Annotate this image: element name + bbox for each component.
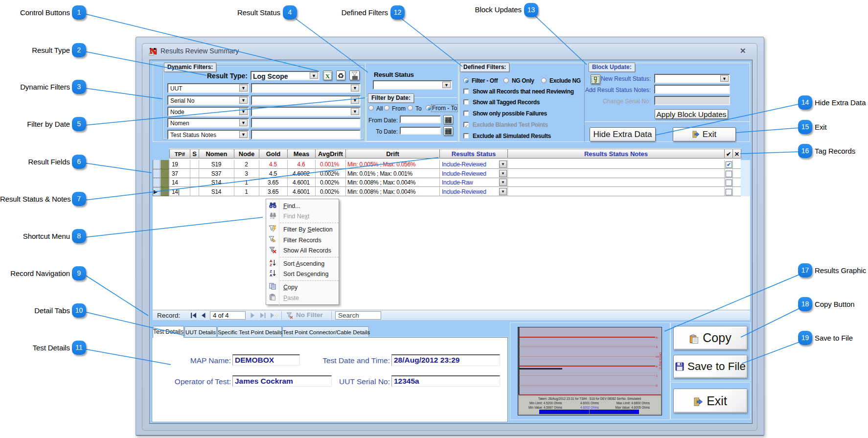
svg-text:Min Value: 4.5997 Ohms: Min Value: 4.5997 Ohms	[528, 406, 562, 409]
svg-text:4.6002 Ohms: 4.6002 Ohms	[580, 406, 599, 409]
svg-text:Ohms (log u): Ohms (log u)	[659, 352, 662, 369]
svg-text:X: X	[325, 72, 330, 80]
svg-text:8•: 8•	[656, 365, 658, 368]
svg-text:KK: KK	[656, 355, 660, 358]
svg-text:8•: 8•	[656, 336, 658, 339]
svg-text:A: A	[269, 273, 272, 277]
svg-text:Min Limit: 4.5200 Ohms: Min Limit: 4.5200 Ohms	[529, 401, 562, 405]
svg-text:6: 6	[656, 346, 658, 348]
svg-text:1: 1	[656, 374, 658, 377]
svg-text:4.6001 Ohms: 4.6001 Ohms	[580, 401, 599, 405]
svg-text:Max Value: 4.6005 Ohms: Max Value: 4.6005 Ohms	[615, 406, 650, 409]
svg-text:Taken: 28/Aug/2012 23:31 for T: Taken: 28/Aug/2012 23:31 for TS#4 : S16 …	[538, 397, 641, 401]
svg-text:O: O	[656, 384, 658, 387]
svg-text:Z: Z	[270, 263, 272, 267]
svg-text:Max Limit: 4.6800 Ohms: Max Limit: 4.6800 Ohms	[617, 401, 650, 405]
